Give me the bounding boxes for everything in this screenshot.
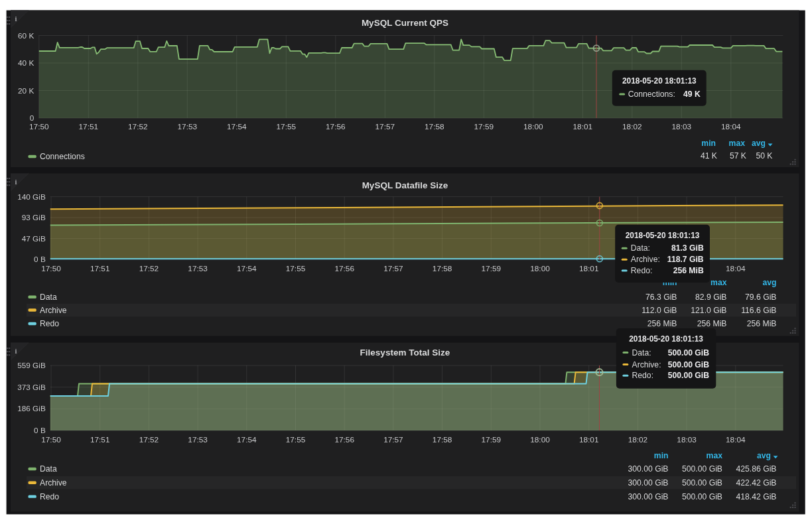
svg-text:0 B: 0 B [34,255,46,264]
svg-text:Redo:: Redo: [632,371,654,380]
svg-text:17:59: 17:59 [482,435,502,444]
svg-text:186 GiB: 186 GiB [17,404,46,413]
svg-text:17:57: 17:57 [383,435,403,444]
svg-text:76.3 GiB: 76.3 GiB [645,292,677,302]
svg-text:256 MiB: 256 MiB [747,319,777,328]
svg-text:17:51: 17:51 [90,435,110,444]
svg-text:425.86 GiB: 425.86 GiB [736,464,777,474]
svg-text:17:54: 17:54 [237,435,257,444]
svg-text:17:53: 17:53 [188,264,208,273]
svg-text:17:55: 17:55 [286,264,306,273]
svg-text:Archive: Archive [40,306,67,315]
svg-text:Redo: Redo [40,492,59,501]
svg-text:Archive:: Archive: [632,360,661,369]
svg-text:500.00 GiB: 500.00 GiB [668,371,710,380]
svg-text:17:56: 17:56 [334,435,354,444]
svg-text:17:53: 17:53 [188,435,208,444]
svg-text:82.9 GiB: 82.9 GiB [695,292,726,302]
svg-text:18:01: 18:01 [579,435,599,444]
svg-text:Redo:: Redo: [631,266,653,275]
svg-text:93 GiB: 93 GiB [22,213,46,222]
svg-text:500.00 GiB: 500.00 GiB [682,492,722,501]
svg-text:18:01: 18:01 [579,264,599,273]
svg-text:118.7 GiB: 118.7 GiB [667,255,704,264]
svg-text:18:04: 18:04 [726,435,746,444]
svg-text:18:00: 18:00 [530,264,550,273]
svg-text:min: min [701,139,716,148]
svg-text:17:59: 17:59 [474,122,494,131]
svg-text:559 GiB: 559 GiB [17,361,46,370]
svg-text:300.00 GiB: 300.00 GiB [628,492,669,501]
svg-text:max: max [707,451,723,460]
svg-text:Archive: Archive [40,478,67,487]
svg-text:Data:: Data: [631,243,650,253]
svg-text:17:50: 17:50 [41,264,61,273]
svg-text:18:02: 18:02 [628,435,648,444]
svg-text:17:58: 17:58 [425,122,444,131]
svg-text:57 K: 57 K [730,151,746,161]
svg-text:18:04: 18:04 [726,264,746,273]
svg-text:Data: Data [40,292,57,302]
svg-text:47 GiB: 47 GiB [22,234,46,243]
svg-text:17:55: 17:55 [277,122,297,131]
svg-text:avg: avg [752,139,766,148]
svg-text:60 K: 60 K [18,31,34,40]
svg-text:140 GiB: 140 GiB [17,192,46,202]
svg-text:17:53: 17:53 [178,122,198,131]
svg-text:112.0 GiB: 112.0 GiB [642,306,677,315]
svg-text:116.6 GiB: 116.6 GiB [741,306,776,315]
svg-text:min: min [654,451,669,460]
svg-text:17:56: 17:56 [334,264,354,273]
svg-text:422.42 GiB: 422.42 GiB [736,478,777,487]
svg-text:79.6 GiB: 79.6 GiB [745,292,776,302]
svg-text:avg: avg [757,451,771,460]
svg-text:max: max [710,278,727,287]
svg-text:49 K: 49 K [683,90,701,99]
svg-text:500.00 GiB: 500.00 GiB [682,478,722,487]
svg-text:418.42 GiB: 418.42 GiB [736,492,777,501]
svg-text:17:58: 17:58 [433,264,452,273]
svg-text:256 MiB: 256 MiB [673,266,704,275]
svg-text:500.00 GiB: 500.00 GiB [668,360,710,369]
svg-text:MySQL Datafile Size: MySQL Datafile Size [362,180,448,190]
svg-text:17:58: 17:58 [433,435,452,444]
svg-text:MySQL Current QPS: MySQL Current QPS [362,18,448,28]
svg-text:17:59: 17:59 [482,264,502,273]
svg-text:17:56: 17:56 [326,122,346,131]
svg-text:300.00 GiB: 300.00 GiB [628,464,669,474]
svg-text:17:52: 17:52 [128,122,148,131]
svg-text:256 MiB: 256 MiB [647,319,677,328]
svg-text:17:50: 17:50 [41,435,61,444]
svg-text:17:51: 17:51 [90,264,110,273]
svg-text:2018-05-20 18:01:13: 2018-05-20 18:01:13 [629,334,703,344]
svg-text:17:54: 17:54 [227,122,247,131]
svg-text:17:52: 17:52 [139,264,159,273]
svg-text:18:00: 18:00 [530,435,550,444]
svg-text:17:55: 17:55 [286,435,306,444]
svg-text:i: i [15,348,17,355]
svg-text:256 MiB: 256 MiB [697,319,727,328]
svg-text:17:50: 17:50 [29,122,49,131]
svg-text:373 GiB: 373 GiB [17,383,46,392]
svg-text:17:57: 17:57 [375,122,395,131]
svg-text:2018-05-20 18:01:13: 2018-05-20 18:01:13 [622,76,697,86]
svg-text:20 K: 20 K [18,86,34,96]
svg-text:Filesystem Total Size: Filesystem Total Size [360,348,450,358]
svg-text:max: max [729,139,746,148]
svg-text:500.00 GiB: 500.00 GiB [668,348,710,358]
svg-text:41 K: 41 K [701,151,717,161]
svg-text:500.00 GiB: 500.00 GiB [682,464,722,474]
svg-text:Data: Data [40,464,57,474]
svg-text:0 B: 0 B [34,426,46,435]
svg-text:300.00 GiB: 300.00 GiB [628,478,669,487]
svg-text:i: i [15,15,17,23]
svg-text:18:03: 18:03 [677,435,697,444]
svg-text:17:52: 17:52 [139,435,159,444]
svg-text:2018-05-20 18:01:13: 2018-05-20 18:01:13 [626,231,700,240]
svg-text:121.0 GiB: 121.0 GiB [691,306,726,315]
svg-text:50 K: 50 K [756,151,772,161]
svg-text:18:00: 18:00 [523,122,543,131]
svg-text:17:57: 17:57 [383,264,403,273]
svg-text:18:02: 18:02 [622,122,642,131]
svg-text:i: i [15,178,17,186]
